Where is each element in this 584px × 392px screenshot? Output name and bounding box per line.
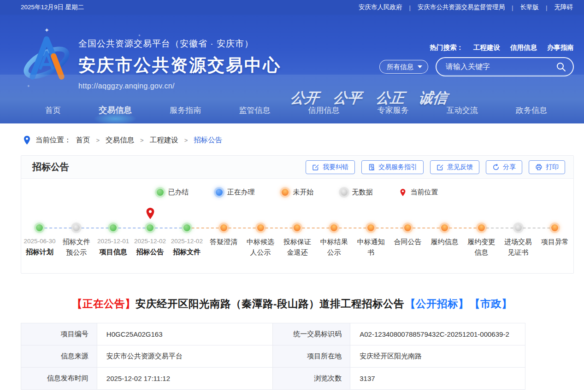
- nav-item-home[interactable]: 首页: [45, 105, 61, 116]
- article-title-text: 安庆经开区阳光南路（秦潭路-段山路）道排工程招标公告: [136, 298, 404, 310]
- legend-current-location-label: 当前位置: [411, 188, 438, 197]
- timeline-step-deposit-refund[interactable]: 投标保证金退还: [279, 204, 316, 263]
- step-label: 进场交易见证书: [501, 237, 535, 257]
- step-dot-icon: [441, 224, 448, 231]
- sparkle-decoration: ✦: [44, 27, 49, 34]
- timeline-step-result-publicity[interactable]: 中标结果公示: [316, 204, 353, 263]
- step-date: 2025-06-30: [24, 237, 55, 246]
- timeline-step-doc-prepublicity[interactable]: 招标文件预公示: [58, 204, 95, 263]
- step-label: 招标文件预公示: [60, 237, 93, 257]
- site-logo: [21, 33, 72, 90]
- hot-search-link-guide[interactable]: 办事指南: [547, 43, 574, 52]
- label-project-number: 项目编号: [21, 323, 97, 345]
- breadcrumb-engineering[interactable]: 工程建设: [150, 135, 178, 145]
- table-row: 信息发布时间 2025-12-02 17:11:12 浏览次数 3137: [21, 368, 525, 390]
- nav-item-interaction[interactable]: 互动交流: [447, 105, 478, 116]
- breadcrumb-home[interactable]: 首页: [76, 135, 90, 145]
- trade-service-guide-button[interactable]: 交易服务指引: [361, 160, 424, 174]
- nav-item-service-guide[interactable]: 服务指南: [170, 105, 201, 116]
- value-project-number: H0GC25A02G163: [97, 323, 273, 345]
- step-label: 招标文件: [173, 247, 201, 257]
- step-label: 招标公告: [136, 247, 164, 257]
- topbar-separator: |: [512, 4, 513, 11]
- feedback-button[interactable]: 意见反馈: [430, 160, 479, 174]
- hot-search-link-engineering[interactable]: 工程建设: [473, 43, 500, 52]
- nav-item-gov-info[interactable]: 政务信息: [516, 105, 547, 116]
- link-supervision-bureau[interactable]: 安庆市公共资源交易监督管理局: [418, 3, 505, 12]
- article-tag-open-bidding: 【公开招标】: [405, 298, 469, 310]
- breadcrumb: 当前位置： 首页 > 交易信息 > 工程建设 > 招标公告: [0, 123, 584, 155]
- step-label: 履约信息: [431, 237, 458, 247]
- timeline-step-qa-clarification[interactable]: 答疑澄清: [205, 204, 242, 263]
- site-url: http://aqggzy.anqing.gov.cn/: [78, 82, 281, 90]
- hot-search-label: 热门搜索：: [430, 43, 464, 52]
- breadcrumb-separator: >: [96, 137, 100, 144]
- link-accessibility[interactable]: 无障碍: [555, 3, 573, 12]
- legend-done: 已办结: [157, 188, 189, 197]
- step-dot-icon: [478, 224, 485, 231]
- step-date: 2025-12-02: [171, 237, 203, 246]
- nav-item-expert-service[interactable]: 专家服务: [378, 105, 409, 116]
- hot-search-link-credit[interactable]: 信用信息: [510, 43, 537, 52]
- timeline-step-bid-plan[interactable]: 2025-06-30 招标计划: [21, 204, 58, 263]
- timeline-step-contract-notice[interactable]: 合同公告: [389, 204, 426, 263]
- breadcrumb-label: 当前位置：: [35, 135, 71, 145]
- label-info-source: 信息来源: [21, 345, 97, 368]
- bid-notice-panel: 招标公告 我要纠错 交易服务指引: [21, 155, 574, 274]
- panel-actions: 我要纠错 交易服务指引 意见反馈: [306, 160, 565, 174]
- article-tag-municipal: 【市政】: [470, 298, 512, 310]
- step-dot-icon: [73, 224, 80, 231]
- timeline-step-performance-info[interactable]: 履约信息: [426, 204, 463, 263]
- step-label: 履约变更信息: [465, 237, 498, 257]
- link-elder-version[interactable]: 长辈版: [520, 3, 539, 12]
- timeline-step-bid-documents[interactable]: 2025-12-02 招标文件: [168, 204, 205, 263]
- legend-pin-icon: [400, 188, 406, 197]
- breadcrumb-bid-notice[interactable]: 招标公告: [194, 135, 222, 145]
- step-label: 项目异常: [541, 237, 569, 247]
- breadcrumb-separator: >: [184, 137, 188, 144]
- edit-icon: [312, 164, 319, 171]
- table-row: 信息来源 安庆市公共资源交易平台 项目所在地 安庆经开区阳光南路: [21, 345, 525, 368]
- timeline-step-award-notice[interactable]: 中标通知书: [353, 204, 389, 263]
- timeline-nodes: 2025-06-30 招标计划 招标文件预公示 2025-12-01 项目信息: [21, 204, 573, 263]
- timeline-step-performance-change[interactable]: 履约变更信息: [463, 204, 500, 263]
- step-dot-icon: [367, 224, 374, 231]
- legend-done-label: 已办结: [168, 188, 189, 197]
- legend-no-data-label: 无数据: [352, 188, 373, 197]
- feedback-label: 意见反馈: [447, 163, 473, 171]
- search-input[interactable]: [446, 63, 555, 71]
- site-title: 安庆市公共资源交易中心: [78, 54, 281, 77]
- step-label: 中标通知书: [354, 237, 388, 257]
- platform-subtitle: 全国公共资源交易平台（安徽省 · 安庆市）: [78, 38, 281, 50]
- print-button[interactable]: 打印: [529, 160, 565, 174]
- link-city-government[interactable]: 安庆市人民政府: [359, 3, 402, 12]
- legend-not-started-dot-icon: [282, 189, 289, 196]
- step-dot-icon: [515, 224, 522, 231]
- nav-item-supervision[interactable]: 监管信息: [239, 105, 270, 116]
- timeline-step-bid-notice[interactable]: 2025-12-02 招标公告: [132, 204, 169, 263]
- nav-item-credit-info[interactable]: 信用信息: [308, 105, 340, 116]
- main-navigation: 首页 交易信息 服务指南 监管信息 信用信息 专家服务 互动交流 政务信息: [0, 97, 584, 123]
- legend-done-dot-icon: [157, 189, 164, 196]
- report-error-button[interactable]: 我要纠错: [306, 160, 355, 174]
- share-button[interactable]: 分享: [486, 160, 522, 174]
- current-date: 2025年12月9日 星期二: [21, 3, 84, 12]
- print-label: 打印: [546, 163, 559, 171]
- step-dot-icon: [257, 224, 264, 231]
- nav-item-trade-info[interactable]: 交易信息: [99, 105, 132, 116]
- timeline-step-candidate-publicity[interactable]: 中标候选人公示: [242, 204, 279, 263]
- value-project-location: 安庆经开区阳光南路: [350, 345, 525, 368]
- current-location-pin-icon: [145, 207, 155, 220]
- step-label: 投标保证金退还: [281, 237, 314, 257]
- search-category-select[interactable]: 所有信息: [379, 60, 428, 74]
- article-status-tag: 【正在公告】: [72, 298, 136, 310]
- step-dot-icon: [36, 224, 43, 231]
- label-project-location: 项目所在地: [273, 345, 350, 368]
- search-icon[interactable]: [555, 61, 566, 72]
- step-dot-icon: [147, 224, 153, 231]
- timeline-step-entry-certificate[interactable]: 进场交易见证书: [500, 204, 537, 263]
- timeline-step-project-info[interactable]: 2025-12-01 项目信息: [95, 204, 132, 263]
- timeline-step-project-abnormal[interactable]: 项目异常: [537, 204, 573, 263]
- breadcrumb-trade-info[interactable]: 交易信息: [106, 135, 134, 145]
- document-guide-icon: [368, 164, 375, 171]
